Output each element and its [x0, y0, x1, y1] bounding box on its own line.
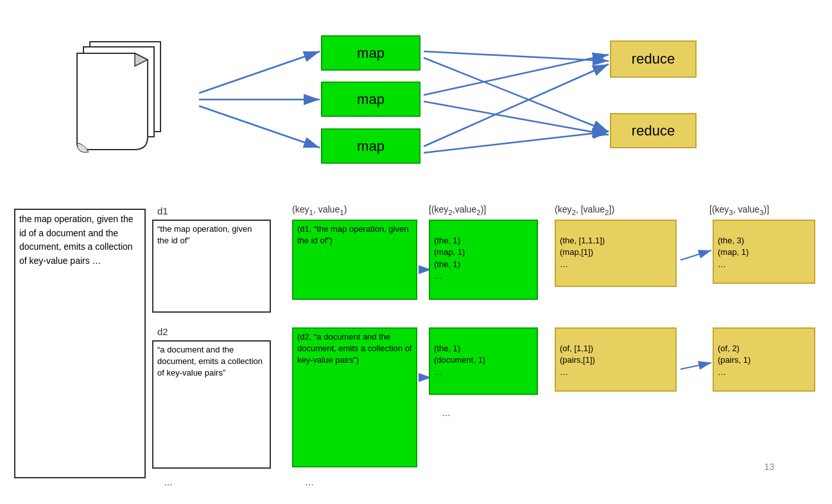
svg-line-1 — [199, 51, 320, 93]
page-number: 13 — [764, 462, 774, 472]
svg-line-4 — [424, 51, 609, 61]
reduced-d2-box: (of, 2) (pairs, 1) … — [713, 327, 815, 392]
key2-bracket-label: [(key2,value2)] — [429, 204, 486, 216]
svg-line-5 — [424, 58, 609, 132]
map-box-3: map — [321, 128, 420, 164]
svg-line-6 — [424, 55, 609, 95]
reduce-box-1: reduce — [610, 40, 697, 78]
grouped-d1-box: (the, [1,1,1]) (map,[1]) … — [555, 220, 677, 287]
kv-d1-box: (the, 1) (map, 1) (the, 1) … — [429, 220, 538, 300]
d1-box: “the map operation, given the id of” — [152, 220, 271, 313]
grouped-d2-box: (of, [1,1]) (pairs,[1]) … — [555, 327, 677, 392]
map-d2-box: (d2, “a document and the document, emits… — [292, 327, 417, 467]
reduced-d1-box: (the, 3) (map, 1) … — [713, 220, 815, 284]
svg-line-8 — [424, 64, 609, 146]
svg-line-9 — [424, 132, 609, 153]
map-box-2: map — [321, 82, 420, 117]
svg-line-3 — [199, 106, 320, 148]
key3-value3-label: [(key3, value3)] — [709, 204, 769, 216]
map-d1-box: (d1, “the map operation, given the id of… — [292, 220, 417, 300]
main-diagram: map map map reduce reduce the map operat… — [0, 0, 832, 504]
d-ellipsis: … — [164, 477, 173, 487]
d2-label: d2 — [157, 326, 168, 337]
description-box: the map operation, given the id of a doc… — [14, 209, 146, 478]
kv-ellipsis: … — [442, 408, 451, 418]
d1-label: d1 — [157, 205, 168, 216]
map-ellipsis: … — [305, 477, 314, 487]
key1-value1-label: (key1, value1) — [292, 204, 347, 216]
svg-line-12 — [680, 250, 711, 260]
svg-line-13 — [680, 363, 711, 369]
svg-line-7 — [424, 101, 609, 135]
document-stack-icon — [71, 35, 193, 164]
key2-group-label: (key2, [value2]) — [555, 204, 614, 216]
map-box-1: map — [321, 35, 420, 71]
kv-d2-box: (the, 1) (document, 1) … — [429, 327, 538, 395]
d2-box: “a document and the document, emits a co… — [152, 340, 271, 469]
reduce-box-2: reduce — [610, 113, 697, 148]
